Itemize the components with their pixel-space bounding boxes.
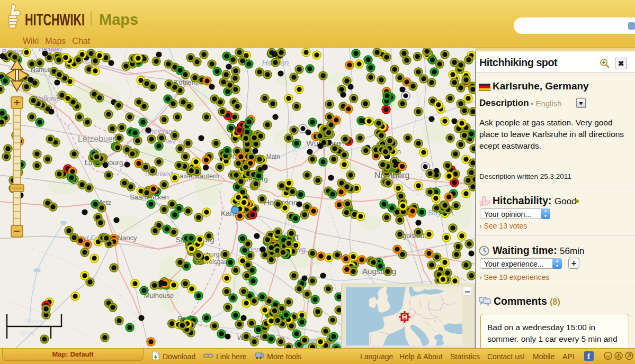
svg-text:cc: cc	[606, 354, 611, 359]
svg-text:60 mi: 60 mi	[20, 330, 34, 336]
svg-text:100 km: 100 km	[24, 318, 43, 324]
svg-text:Lëtzebuerg: Lëtzebuerg	[78, 134, 120, 143]
svg-text:Mulhouse: Mulhouse	[144, 292, 174, 299]
svg-text:Nancy: Nancy	[118, 234, 137, 242]
